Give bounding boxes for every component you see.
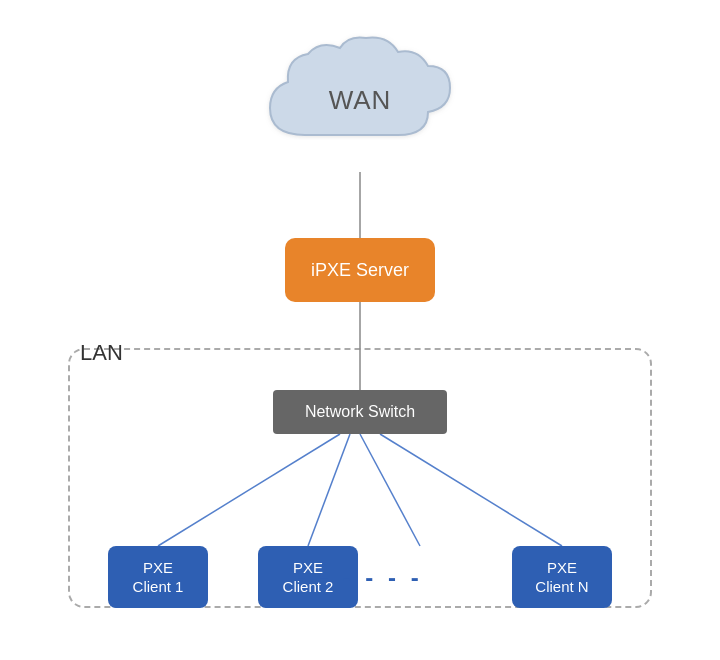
wan-label: WAN (329, 85, 392, 116)
network-switch-label: Network Switch (305, 403, 415, 421)
pxe-client-n-box: PXEClient N (512, 546, 612, 608)
wan-cloud: WAN (250, 30, 470, 170)
diagram-container: WAN iPXE Server LAN Network Switch PXECl… (0, 0, 720, 660)
ipxe-server-box: iPXE Server (285, 238, 435, 302)
network-switch-box: Network Switch (273, 390, 447, 434)
pxe-client-1-box: PXEClient 1 (108, 546, 208, 608)
ellipsis-separator: - - - - - - (297, 564, 422, 592)
pxe-client-1-label: PXEClient 1 (133, 558, 184, 597)
lan-label: LAN (80, 340, 123, 366)
ipxe-server-label: iPXE Server (311, 260, 409, 281)
pxe-client-n-label: PXEClient N (535, 558, 588, 597)
